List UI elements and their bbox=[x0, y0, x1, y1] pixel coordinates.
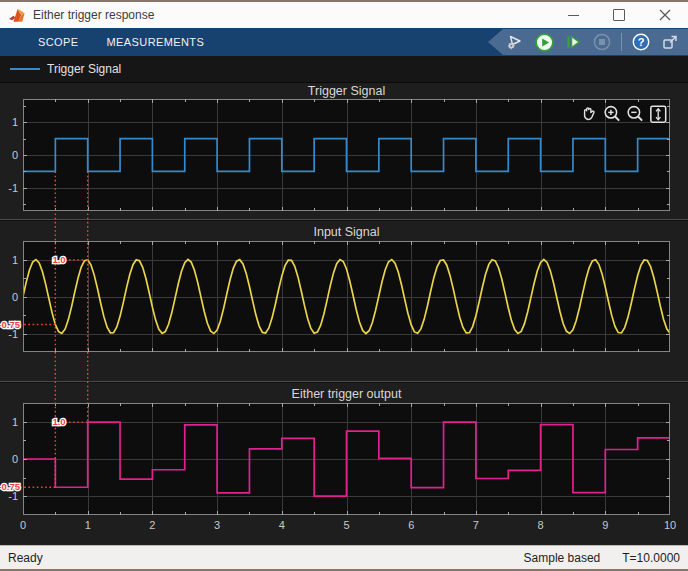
fit-to-view-button[interactable] bbox=[647, 103, 669, 125]
y-tick-label: 1 bbox=[12, 116, 18, 128]
matlab-logo-icon bbox=[9, 8, 26, 23]
maximize-icon bbox=[613, 9, 625, 21]
tab-measurements[interactable]: MEASUREMENTS bbox=[93, 28, 219, 56]
step-forward-icon bbox=[563, 32, 583, 52]
pop-out-icon bbox=[660, 32, 680, 52]
measurement-label: 1.0 bbox=[52, 416, 65, 427]
plot-title-1: Input Signal bbox=[313, 225, 379, 239]
x-tick-label: 0 bbox=[20, 519, 26, 531]
measurement-label: -0.75 bbox=[0, 319, 21, 330]
plot-hover-toolbar bbox=[578, 103, 669, 125]
scope-window: Either trigger response SCOPE MEASUREMEN… bbox=[0, 0, 688, 571]
plot-panel-1: -101Input Signal bbox=[8, 225, 670, 352]
ribbon-bar: SCOPE MEASUREMENTS bbox=[0, 28, 688, 56]
panel-separator bbox=[0, 219, 688, 220]
plot-panel-2: -101012345678910Either trigger output bbox=[8, 387, 676, 531]
minimize-icon bbox=[568, 15, 579, 16]
status-sample-mode: Sample based bbox=[524, 551, 601, 565]
y-tick-label: 0 bbox=[12, 149, 18, 161]
x-tick-label: 5 bbox=[343, 519, 349, 531]
x-tick-label: 2 bbox=[149, 519, 155, 531]
panel-separator bbox=[0, 381, 688, 382]
plot-panel-0: -101Trigger Signal bbox=[8, 84, 670, 211]
question-icon: ? bbox=[631, 32, 651, 52]
close-icon bbox=[659, 9, 671, 21]
svg-text:?: ? bbox=[638, 36, 645, 48]
close-button[interactable] bbox=[642, 2, 688, 28]
panel-separator-shadow bbox=[0, 220, 688, 221]
maximize-button[interactable] bbox=[596, 2, 642, 28]
legend-item-trigger-signal[interactable]: Trigger Signal bbox=[10, 62, 121, 76]
pop-out-button[interactable] bbox=[658, 30, 682, 54]
zoom-in-button[interactable] bbox=[601, 103, 623, 125]
help-button[interactable]: ? bbox=[629, 30, 653, 54]
y-tick-label: 1 bbox=[12, 416, 18, 428]
minimize-button[interactable] bbox=[550, 2, 596, 28]
y-tick-label: 0 bbox=[12, 453, 18, 465]
stop-icon bbox=[592, 32, 612, 52]
hand-icon bbox=[578, 103, 600, 125]
run-button[interactable] bbox=[532, 30, 556, 54]
zoom-out-icon bbox=[624, 103, 646, 125]
status-ready: Ready bbox=[8, 551, 43, 565]
stop-button bbox=[590, 30, 614, 54]
x-tick-label: 4 bbox=[279, 519, 285, 531]
y-tick-label: 1 bbox=[12, 254, 18, 266]
title-bar: Either trigger response bbox=[0, 2, 688, 28]
signal-path-0 bbox=[23, 139, 670, 172]
play-icon bbox=[534, 32, 555, 53]
measurement-label: -0.75 bbox=[0, 481, 21, 492]
pan-button[interactable] bbox=[578, 103, 600, 125]
simulation-settings-button[interactable] bbox=[503, 30, 527, 54]
x-tick-label: 8 bbox=[538, 519, 544, 531]
status-bar: Ready Sample based T=10.0000 bbox=[0, 545, 688, 569]
window-title: Either trigger response bbox=[33, 8, 154, 22]
gear-signal-icon bbox=[505, 32, 525, 52]
plot-title-2: Either trigger output bbox=[292, 387, 402, 401]
zoom-in-icon bbox=[601, 103, 623, 125]
simulation-toolbar: ? bbox=[488, 29, 688, 55]
legend-label: Trigger Signal bbox=[47, 62, 121, 76]
status-time: T=10.0000 bbox=[622, 551, 680, 565]
y-tick-label: -1 bbox=[8, 182, 18, 194]
x-tick-label: 6 bbox=[408, 519, 414, 531]
plot-title-0: Trigger Signal bbox=[308, 84, 385, 98]
fit-vertical-icon bbox=[647, 103, 669, 125]
x-tick-label: 9 bbox=[602, 519, 608, 531]
x-tick-label: 1 bbox=[85, 519, 91, 531]
toolbar-divider bbox=[621, 33, 622, 51]
scope-plots[interactable]: -101Trigger Signal-101Input Signal-10101… bbox=[0, 83, 688, 545]
window-controls bbox=[550, 2, 688, 28]
step-forward-button[interactable] bbox=[561, 30, 585, 54]
tab-scope[interactable]: SCOPE bbox=[24, 28, 93, 56]
measurement-label: 1.0 bbox=[52, 254, 65, 265]
legend-bar: Trigger Signal bbox=[0, 56, 688, 83]
zoom-out-button[interactable] bbox=[624, 103, 646, 125]
scope-canvas: -101Trigger Signal-101Input Signal-10101… bbox=[0, 83, 688, 545]
x-tick-label: 10 bbox=[664, 519, 676, 531]
x-tick-label: 3 bbox=[214, 519, 220, 531]
y-tick-label: 0 bbox=[12, 291, 18, 303]
panel-separator-shadow bbox=[0, 382, 688, 383]
x-tick-label: 7 bbox=[473, 519, 479, 531]
legend-line-swatch bbox=[10, 68, 40, 70]
